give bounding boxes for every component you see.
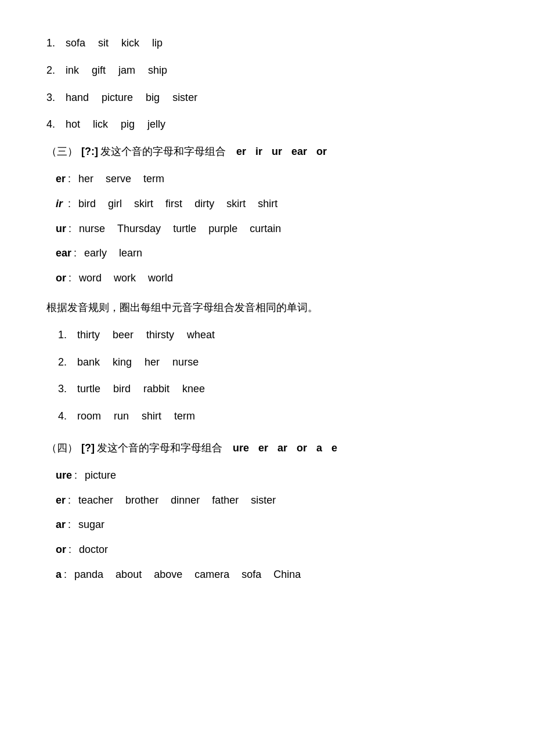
word-skirt2: skirt [226,198,246,209]
section4-bold-bracket: [?] [81,440,95,457]
word-brother: brother [125,494,158,506]
section4-prefix: （四） [46,440,78,457]
word-bird2: bird [113,381,131,397]
phonetic-ure: ure [233,440,249,457]
line-1-num: 1. [46,35,55,52]
word-hot: hot [66,116,80,133]
word-gift: gift [92,62,106,79]
word-learn: learn [119,247,142,259]
label-or2: or [56,544,66,555]
line-3: 3. hand picture big sister [46,89,488,106]
word-king: king [113,354,132,371]
label-a: a [56,569,62,580]
section3-phonetics: er ir ur ear or [236,143,327,160]
circle-2-num: 2. [58,354,67,371]
line-4: 4. hot lick pig jelly [46,116,488,133]
line-2: 2. ink gift jam ship [46,62,488,79]
word-lick: lick [93,116,108,133]
word-father: father [212,494,239,506]
word-hand: hand [66,89,89,106]
word-thirty: thirty [77,327,100,343]
word-wheat: wheat [187,327,215,343]
phonetic-er: er [236,143,246,160]
word-her: her [78,173,93,185]
word-jelly: jelly [147,116,165,133]
section3-heading: （三） [?:] 发这个音的字母和字母组合 er ir ur ear or [46,143,488,160]
word-sofa: sofa [66,35,85,52]
phonetic-er2: er [258,440,268,457]
word-sofa2: sofa [241,569,261,580]
label-or: or [56,272,66,284]
word-dinner: dinner [171,494,200,506]
circle-section: 1. thirty beer thirsty wheat 2. bank kin… [46,327,488,425]
word-first: first [165,198,182,209]
rule-text: 根据发音规则，圈出每组中元音字母组合发音相同的单词。 [46,299,488,316]
word-room: room [77,408,101,425]
word-nurse2: nurse [172,354,199,371]
section3-er: er: her serve term [56,171,488,187]
word-knee: knee [182,381,205,397]
section4-ar: ar: sugar [56,516,488,533]
word-turtle2: turtle [77,381,100,397]
word-about: about [116,569,142,580]
phonetic-e: e [331,440,337,457]
section3-ur: ur: nurse Thursday turtle purple curtain [56,220,488,237]
label-er: er [56,173,66,185]
word-beer: beer [113,327,134,343]
word-shirt: shirt [258,198,277,209]
circle-line-3: 3. turtle bird rabbit knee [58,381,488,397]
word-pig: pig [121,116,135,133]
word-rabbit: rabbit [143,381,169,397]
word-big: big [146,89,160,106]
word-term: term [143,173,164,185]
word-teacher: teacher [78,494,113,506]
section4-cn-text: 发这个音的字母和字母组合 [97,440,222,457]
word-bird: bird [78,198,96,209]
phonetic-ar: ar [277,440,287,457]
word-bank: bank [77,354,100,371]
word-run: run [114,408,129,425]
word-thursday: Thursday [117,223,161,234]
word-kick: kick [121,35,139,52]
word-sister2: sister [251,494,276,506]
word-girl: girl [108,198,122,209]
label-ur: ur [56,223,66,234]
label-ar: ar [56,519,66,530]
word-work: work [114,272,136,284]
word-lip: lip [152,35,163,52]
word-dirty: dirty [194,198,214,209]
section3-prefix: （三） [46,143,78,160]
word-ship: ship [148,62,167,79]
word-world: world [148,272,173,284]
section3-ir: ir : bird girl skirt first dirty skirt s… [56,196,488,212]
circle-line-1: 1. thirty beer thirsty wheat [58,327,488,343]
phonetic-or: or [316,143,327,160]
line-3-num: 3. [46,89,55,106]
circle-line-2: 2. bank king her nurse [58,354,488,371]
word-serve: serve [106,173,131,185]
section3-ear: ear: early learn [56,245,488,262]
line-4-num: 4. [46,116,55,133]
word-picture2: picture [85,469,116,481]
section4-a: a: panda about above camera sofa China [56,566,488,583]
circle-3-num: 3. [58,381,67,397]
word-sister: sister [172,89,197,106]
phonetic-ear: ear [291,143,307,160]
word-word: word [79,272,102,284]
section4-ure: ure: picture [56,467,488,484]
phonetic-or2: or [297,440,307,457]
section4-heading: （四） [?] 发这个音的字母和字母组合 ure er ar or a e [46,440,488,457]
circle-line-4: 4. room run shirt term [58,408,488,425]
word-purple: purple [208,223,237,234]
phonetic-a: a [316,440,322,457]
word-shirt2: shirt [142,408,161,425]
word-turtle: turtle [173,223,196,234]
word-panda: panda [74,569,103,580]
line-2-num: 2. [46,62,55,79]
word-early: early [84,247,107,259]
section4-phonetics: ure er ar or a e [233,440,337,457]
word-sit: sit [98,35,109,52]
word-doctor: doctor [79,544,108,555]
line-1: 1. sofa sit kick lip [46,35,488,52]
circle-1-num: 1. [58,327,67,343]
